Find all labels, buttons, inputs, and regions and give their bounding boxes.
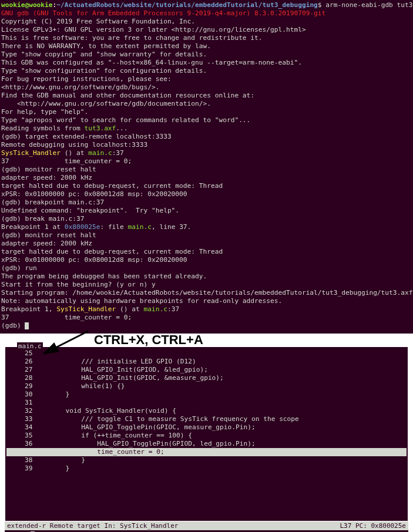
source-code: if (++time_counter == 100) { (42, 432, 192, 439)
prompt-user: wookie@wookie (1, 1, 53, 9)
output-line: Undefined command: "breakpoint". Try "he… (1, 207, 412, 215)
source-code: } (42, 456, 85, 464)
output-line: There is NO WARRANTY, to the extent perm… (1, 42, 412, 50)
source-code: HAL_GPIO_Init(GPIOC, &measure_gpio); (42, 374, 224, 382)
terminal-output[interactable]: wookie@wookie:~/ActuatedRobots/website/t… (0, 0, 413, 334)
line-number: 35 (6, 432, 42, 440)
source-line: 29 while(1) {} (6, 382, 407, 390)
output-line: xPSR: 0x01000000 pc: 0x080012d8 msp: 0x2… (1, 256, 412, 264)
output-line: This GDB was configured as "--host=x86_6… (1, 59, 412, 67)
prompt-path: ~/ActuatedRobots/website/tutorials/embed… (56, 1, 318, 9)
output-line: <http://www.gnu.org/software/gdb/documen… (1, 100, 412, 108)
source-line: 31 (6, 399, 407, 407)
output-line: target halted due to debug-request, curr… (1, 248, 412, 256)
annotation-arrow-icon (23, 329, 94, 358)
source-line: B+> 37 time_counter = 0; (6, 448, 407, 456)
line-number: 39 (6, 464, 42, 473)
line-number: 27 (6, 366, 42, 374)
keyboard-shortcut-label: CTRL+X, CTRL+A (94, 332, 203, 348)
source-line: 38 } (6, 456, 407, 464)
svg-line-0 (44, 331, 88, 353)
output-line: (gdb) run (1, 264, 412, 272)
line-number: 36 (6, 440, 42, 448)
line-number: 34 (6, 423, 42, 432)
output-line: Note: automatically using hardware break… (1, 297, 412, 305)
output-line: (gdb) monitor reset halt (1, 231, 412, 240)
output-line: xPSR: 0x01000000 pc: 0x080012d8 msp: 0x2… (1, 190, 412, 198)
breakpoint-hit-line: Breakpoint 1, SysTick_Handler () at main… (1, 305, 412, 314)
line-number: 26 (6, 358, 42, 366)
output-line: (gdb) break main.c:37 (1, 215, 412, 223)
source-code: void SysTick_Handler(void) { (42, 407, 176, 415)
source-code: /// initialise LED GPIO (D12) (42, 358, 196, 365)
line-number: 31 (6, 399, 42, 407)
output-line: adapter speed: 2000 kHz (1, 174, 412, 182)
output-line: Remote debugging using localhost:3333 (1, 141, 412, 149)
systick-location: SysTick_Handler () at main.c:37 (1, 149, 412, 157)
shell-prompt: wookie@wookie:~/ActuatedRobots/website/t… (1, 1, 412, 9)
output-line: <http://www.gnu.org/software/gdb/bugs/>. (1, 83, 412, 92)
source-line: 39 } (6, 464, 407, 473)
source-code: /// toggle C1 to measure SysTick frequen… (42, 415, 299, 423)
output-line: GNU gdb (GNU Tools for Arm Embedded Proc… (1, 9, 412, 18)
output-line: Starting program: /home/wookie/ActuatedR… (1, 289, 412, 297)
output-line: For bug reporting instructions, please s… (1, 75, 412, 83)
source-line: 28 HAL_GPIO_Init(GPIOC, &measure_gpio); (6, 374, 407, 382)
source-code: } (42, 464, 69, 472)
line-number: 28 (6, 374, 42, 382)
line-number: 32 (6, 407, 42, 415)
source-line: 36 HAL_GPIO_TogglePin(GPIOD, led_gpio.Pi… (6, 440, 407, 448)
output-line: 37 time_counter = 0; (1, 157, 412, 166)
output-line: For help, type "help". (1, 108, 412, 116)
source-line: 33 /// toggle C1 to measure SysTick freq… (6, 415, 407, 423)
status-left: extended-r Remote target In: SysTick_Han… (7, 522, 178, 530)
source-line: 35 if (++time_counter == 100) { (6, 432, 407, 440)
source-line: 27 HAL_GPIO_Init(GPIOD, &led_gpio); (6, 366, 407, 374)
line-number: 38 (6, 456, 42, 464)
breakpoint-set-line: Breakpoint 1 at 0x800025e: file main.c, … (1, 223, 412, 231)
output-line: Type "apropos word" to search for comman… (1, 116, 412, 124)
source-code: HAL_GPIO_TogglePin(GPIOC, measure_gpio.P… (42, 423, 256, 431)
source-code: HAL_GPIO_Init(GPIOD, &led_gpio); (42, 366, 208, 373)
output-line: Type "show copying" and "show warranty" … (1, 50, 412, 59)
source-code: time_counter = 0; (42, 448, 164, 456)
output-line: adapter speed: 2000 kHz (1, 240, 412, 248)
output-line: 37 time_counter = 0; (1, 314, 412, 322)
output-line: (gdb) target extended-remote localhost:3… (1, 133, 412, 141)
gdb-status-bar: extended-r Remote target In: SysTick_Han… (5, 521, 408, 530)
output-line: Copyright (C) 2019 Free Software Foundat… (1, 18, 412, 26)
status-right: L37 PC: 0x800025e (340, 522, 406, 530)
source-line: 30 } (6, 390, 407, 399)
output-line: target halted due to debug-request, curr… (1, 182, 412, 190)
output-line: (gdb) breakpoint main.c:37 (1, 198, 412, 207)
line-number: B+> 37 (6, 448, 42, 456)
reading-symbols-line: Reading symbols from tut3.axf... (1, 124, 412, 133)
output-line: License GPLv3+: GNU GPL version 3 or lat… (1, 26, 412, 34)
gdb-tui-source-window[interactable]: main.c 25 26 /// initialise LED GPIO (D1… (5, 346, 408, 521)
source-line: 34 HAL_GPIO_TogglePin(GPIOC, measure_gpi… (6, 423, 407, 432)
output-line: Find the GDB manual and other documentat… (1, 92, 412, 100)
line-number: 33 (6, 415, 42, 423)
output-line: This is free software: you are free to c… (1, 34, 412, 42)
output-line: (gdb) monitor reset halt (1, 166, 412, 174)
source-code: while(1) {} (42, 382, 125, 390)
output-line: Type "show configuration" for configurat… (1, 67, 412, 75)
source-code: HAL_GPIO_TogglePin(GPIOD, led_gpio.Pin); (42, 440, 256, 447)
source-line: 26 /// initialise LED GPIO (D12) (6, 358, 407, 366)
output-line: The program being debugged has been star… (1, 272, 412, 281)
shell-command: arm-none-eabi-gdb tut3.axf (325, 1, 413, 9)
source-line: 32 void SysTick_Handler(void) { (6, 407, 407, 415)
line-number: 29 (6, 382, 42, 390)
output-line: Start it from the beginning? (y or n) y (1, 281, 412, 289)
source-code (42, 399, 49, 406)
source-code: } (42, 390, 69, 398)
line-number: 30 (6, 390, 42, 399)
